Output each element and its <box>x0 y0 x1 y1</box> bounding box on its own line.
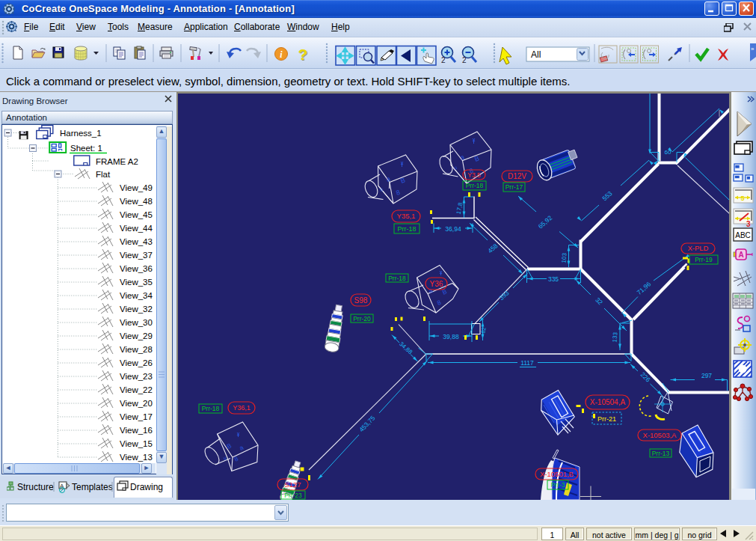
svg-text:View_17: View_17 <box>120 412 153 421</box>
svg-text:Harness_1: Harness_1 <box>60 129 102 138</box>
svg-text:2: 2 <box>462 56 467 64</box>
svg-text:8: 8 <box>233 455 240 463</box>
svg-text:A: A <box>738 251 743 259</box>
svg-text:Prr-13: Prr-13 <box>652 450 670 457</box>
svg-text:View_30: View_30 <box>120 318 153 327</box>
svg-text:393: 393 <box>497 289 510 302</box>
svg-text:Prr-18: Prr-18 <box>466 182 484 189</box>
svg-text:Prr-3: Prr-3 <box>551 481 565 489</box>
svg-text:a: a <box>385 175 391 183</box>
svg-text:Y35,1: Y35,1 <box>397 212 416 220</box>
svg-text:Prr-17: Prr-17 <box>505 183 523 191</box>
svg-text:8: 8 <box>436 299 442 307</box>
svg-text:Templates: Templates <box>72 482 113 492</box>
svg-text:Prr-18: Prr-18 <box>388 275 406 282</box>
svg-text:All: All <box>531 49 541 60</box>
svg-text:65,92: 65,92 <box>537 214 554 230</box>
svg-text:View_34: View_34 <box>120 291 153 300</box>
svg-text:View_26: View_26 <box>120 358 153 367</box>
svg-text:Drawing: Drawing <box>130 482 163 492</box>
svg-text:3: 3 <box>746 220 751 228</box>
svg-text:View_16: View_16 <box>120 426 153 435</box>
svg-text:S127: S127 <box>284 480 301 489</box>
svg-text:X-10501,B: X-10501,B <box>540 470 574 478</box>
svg-text:71,96: 71,96 <box>636 280 653 296</box>
svg-text:View_45: View_45 <box>120 210 153 219</box>
svg-text:39,88: 39,88 <box>443 333 459 340</box>
svg-text:Prr-19: Prr-19 <box>695 256 713 263</box>
svg-text:458: 458 <box>486 242 499 254</box>
svg-text:Y3.5: Y3.5 <box>467 171 481 179</box>
svg-text:36,94: 36,94 <box>445 225 461 233</box>
svg-text:View_48: View_48 <box>120 197 153 206</box>
svg-text:Y36: Y36 <box>430 280 443 288</box>
svg-text:View_29: View_29 <box>120 331 153 340</box>
svg-text:»: » <box>751 46 755 52</box>
svg-text:View_22: View_22 <box>120 385 153 394</box>
svg-text:32: 32 <box>594 296 604 306</box>
svg-text:S98: S98 <box>354 296 368 305</box>
svg-text:View_13: View_13 <box>120 453 153 462</box>
svg-text:View_20: View_20 <box>120 399 153 408</box>
svg-text:View_35: View_35 <box>120 278 153 287</box>
svg-text:ABC: ABC <box>735 231 751 239</box>
svg-text:Prr-20: Prr-20 <box>353 315 371 323</box>
svg-text:View_37: View_37 <box>120 251 153 260</box>
svg-text:View_43: View_43 <box>120 237 153 246</box>
svg-text:103: 103 <box>560 252 568 263</box>
svg-text:u: u <box>379 186 384 192</box>
svg-text:View_44: View_44 <box>120 224 153 233</box>
svg-text:Prr-21: Prr-21 <box>597 415 616 423</box>
svg-text:62: 62 <box>479 326 488 334</box>
svg-text:X-10504,A: X-10504,A <box>590 398 626 406</box>
svg-text:B: B <box>473 154 480 162</box>
svg-text:Y36,1: Y36,1 <box>233 404 251 412</box>
svg-text:2: 2 <box>441 56 446 64</box>
svg-text:Structure: Structure <box>17 482 54 492</box>
svg-text:60: 60 <box>665 149 672 156</box>
svg-text:34,88: 34,88 <box>398 340 414 355</box>
svg-text:View_32: View_32 <box>120 305 153 314</box>
svg-text:a: a <box>459 153 465 162</box>
svg-text:Prr-18: Prr-18 <box>397 225 416 233</box>
svg-text:View_15: View_15 <box>120 439 153 448</box>
svg-text:X-10503,A: X-10503,A <box>643 431 677 439</box>
svg-text:1117: 1117 <box>520 359 534 367</box>
svg-text:Sheet: 1: Sheet: 1 <box>70 144 102 153</box>
svg-text:453,75: 453,75 <box>357 414 376 433</box>
svg-text:297: 297 <box>701 372 712 379</box>
svg-text:View_23: View_23 <box>120 372 153 381</box>
svg-text:FRAME A2: FRAME A2 <box>96 157 138 166</box>
svg-text:133: 133 <box>611 331 618 343</box>
svg-text:View_49: View_49 <box>120 183 153 192</box>
svg-text:Prr-18: Prr-18 <box>202 405 220 412</box>
svg-text:8: 8 <box>395 189 401 197</box>
svg-text:B: B <box>399 176 406 184</box>
svg-text:X-PLD: X-PLD <box>688 244 709 252</box>
svg-text:335: 335 <box>548 275 559 283</box>
svg-text:a: a <box>239 444 245 452</box>
svg-text:5: 5 <box>740 195 744 202</box>
svg-text:553: 553 <box>600 189 613 202</box>
svg-text:View_36: View_36 <box>120 264 153 273</box>
svg-text:?: ? <box>298 46 308 63</box>
svg-text:Prr-23: Prr-23 <box>284 492 302 499</box>
svg-text:Flat: Flat <box>96 170 111 179</box>
svg-text:D12V: D12V <box>508 172 526 180</box>
svg-text:View_28: View_28 <box>120 345 153 354</box>
svg-text:u: u <box>453 165 458 171</box>
svg-text:17,8: 17,8 <box>455 201 464 215</box>
